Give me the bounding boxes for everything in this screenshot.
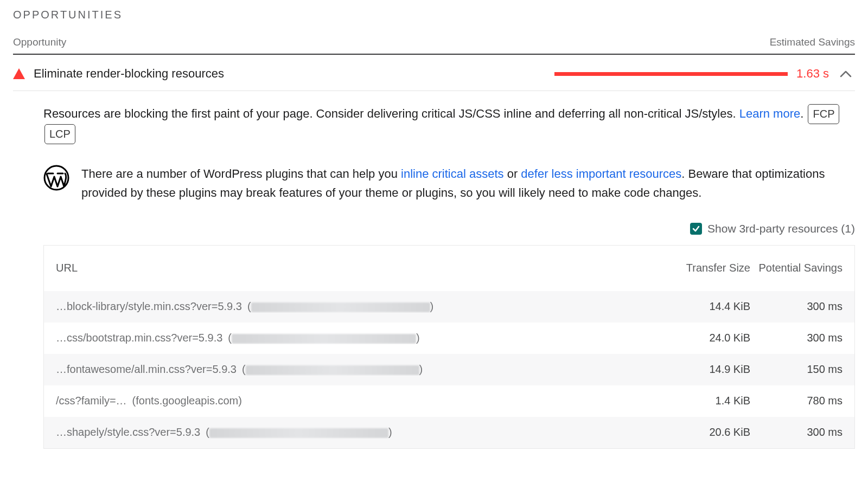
potential-savings: 300 ms (750, 426, 843, 439)
header-row: Opportunity Estimated Savings (13, 36, 855, 55)
wp-text-1: There are a number of WordPress plugins … (81, 167, 401, 181)
url-host-text: fonts.googleapis.com (136, 395, 238, 407)
svg-marker-0 (13, 68, 25, 79)
url-path: …fontawesome/all.min.css?ver=5.9.3 (56, 363, 237, 376)
metric-tag-lcp: LCP (44, 124, 75, 144)
url-cell: …fontawesome/all.min.css?ver=5.9.3 () (56, 363, 658, 376)
audit-body: Resources are blocking the first paint o… (13, 91, 855, 449)
url-path: …shapely/style.css?ver=5.9.3 (56, 426, 200, 439)
redacted-host (209, 428, 388, 438)
savings-value: 1.63 s (796, 67, 831, 81)
checkbox-checked-icon[interactable] (690, 223, 702, 235)
transfer-size: 14.4 KiB (658, 300, 750, 313)
resources-table: URL Transfer Size Potential Savings …blo… (43, 245, 855, 449)
metric-tag-fcp: FCP (808, 104, 839, 124)
inline-critical-link[interactable]: inline critical assets (401, 167, 504, 181)
url-cell: …shapely/style.css?ver=5.9.3 () (56, 426, 658, 439)
table-row: …block-library/style.min.css?ver=5.9.3 (… (44, 291, 854, 323)
header-left: Opportunity (13, 36, 66, 48)
transfer-size: 20.6 KiB (658, 426, 750, 439)
audit-row[interactable]: Eliminate render-blocking resources 1.63… (13, 55, 855, 91)
url-host: () (242, 363, 423, 376)
header-right: Estimated Savings (770, 36, 855, 48)
potential-savings: 780 ms (750, 395, 843, 407)
url-host: () (228, 332, 419, 344)
wp-mid: or (504, 167, 521, 181)
desc-after: . (800, 107, 803, 120)
col-size: Transfer Size (658, 262, 750, 274)
col-savings: Potential Savings (750, 262, 843, 274)
chevron-up-icon[interactable] (840, 70, 855, 78)
third-party-label: Show 3rd-party resources (1) (707, 222, 855, 235)
potential-savings: 150 ms (750, 363, 843, 376)
redacted-host (232, 334, 416, 344)
url-path: …block-library/style.min.css?ver=5.9.3 (56, 300, 242, 313)
desc-text: Resources are blocking the first paint o… (43, 107, 739, 120)
audit-description: Resources are blocking the first paint o… (43, 104, 855, 144)
url-path: /css?family=… (56, 395, 127, 407)
url-cell: …block-library/style.min.css?ver=5.9.3 (… (56, 300, 658, 313)
table-row: …shapely/style.css?ver=5.9.3 ()20.6 KiB3… (44, 417, 854, 448)
learn-more-link[interactable]: Learn more (739, 107, 801, 120)
table-header: URL Transfer Size Potential Savings (44, 246, 854, 291)
transfer-size: 1.4 KiB (658, 395, 750, 407)
table-row: …css/bootstrap.min.css?ver=5.9.3 ()24.0 … (44, 323, 854, 354)
third-party-toggle[interactable]: Show 3rd-party resources (1) (43, 222, 855, 235)
section-title: OPPORTUNITIES (13, 9, 855, 21)
redacted-host (251, 302, 430, 312)
col-url: URL (56, 262, 658, 274)
redacted-host (246, 365, 419, 375)
table-row: …fontawesome/all.min.css?ver=5.9.3 ()14.… (44, 354, 854, 385)
transfer-size: 14.9 KiB (658, 363, 750, 376)
url-host: () (247, 300, 433, 313)
potential-savings: 300 ms (750, 300, 843, 313)
url-cell: /css?family=… (fonts.googleapis.com) (56, 395, 658, 407)
table-row: /css?family=… (fonts.googleapis.com)1.4 … (44, 385, 854, 417)
alert-triangle-icon (13, 68, 25, 79)
audit-title: Eliminate render-blocking resources (34, 67, 546, 81)
url-path: …css/bootstrap.min.css?ver=5.9.3 (56, 332, 222, 344)
defer-resources-link[interactable]: defer less important resources (521, 167, 681, 181)
potential-savings: 300 ms (750, 332, 843, 344)
transfer-size: 24.0 KiB (658, 332, 750, 344)
wordpress-tip: There are a number of WordPress plugins … (43, 165, 855, 203)
url-host: () (206, 426, 392, 439)
savings-bar (554, 72, 788, 76)
url-host: (fonts.googleapis.com) (132, 395, 242, 407)
wordpress-icon (43, 165, 69, 194)
url-cell: …css/bootstrap.min.css?ver=5.9.3 () (56, 332, 658, 344)
